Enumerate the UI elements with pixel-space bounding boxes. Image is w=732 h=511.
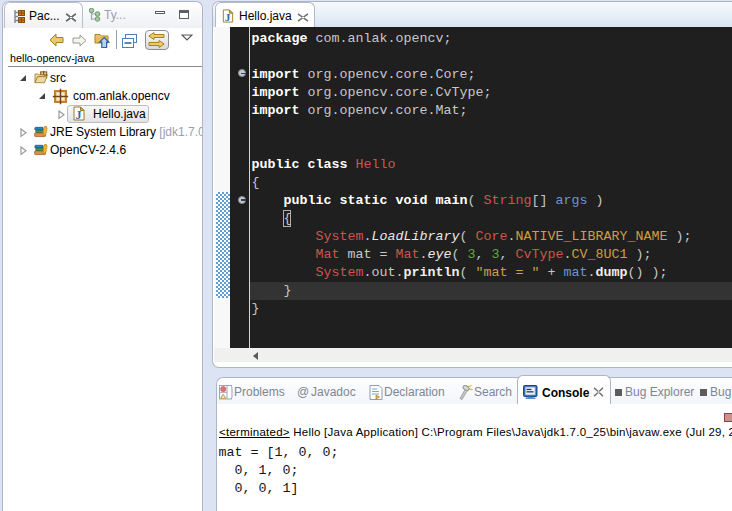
svg-text:J: J: [225, 11, 231, 23]
svg-text:J: J: [76, 108, 82, 121]
